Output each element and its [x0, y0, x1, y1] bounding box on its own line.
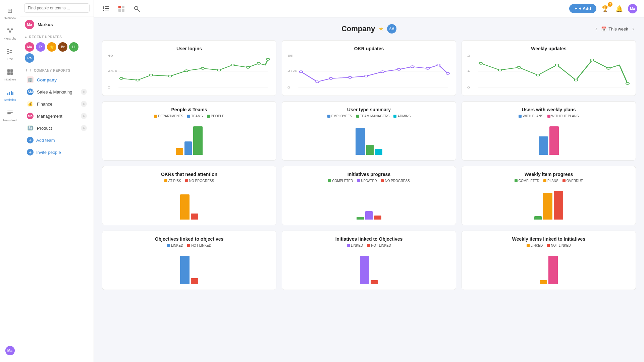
grid-icon[interactable]: [116, 3, 127, 14]
svg-point-71: [446, 72, 449, 74]
bar-linked-weekly: [540, 280, 547, 284]
svg-rect-0: [7, 28, 9, 30]
recent-avatar-1[interactable]: Ta: [36, 42, 45, 52]
bar-teams: [184, 141, 192, 155]
svg-line-10: [9, 51, 10, 52]
svg-text:27.5: 27.5: [287, 69, 297, 72]
weekly-updates-title: Weekly updates: [467, 46, 630, 51]
bar-no-progress-okr: [191, 214, 198, 220]
svg-point-47: [168, 75, 172, 77]
user-type-title: User type summary: [287, 107, 450, 112]
company-title: Company: [341, 24, 375, 33]
svg-rect-31: [105, 10, 109, 10]
svg-line-4: [10, 30, 12, 31]
svg-rect-21: [12, 92, 13, 95]
menu-icon[interactable]: [101, 3, 111, 14]
svg-text:0: 0: [108, 86, 110, 89]
nav-label-management: Management: [37, 114, 77, 119]
overview-icon: ⊞: [5, 6, 15, 15]
user-avatar-sidebar[interactable]: Ma: [5, 346, 15, 355]
okrs-attention-title: OKRs that need attention: [108, 172, 271, 177]
initiatives-progress-legend: COMPLETED UPDATED NO PROGRESS: [287, 179, 450, 183]
sidebar-label-hierarchy: Hierarchy: [3, 37, 16, 40]
sidebar-item-tree[interactable]: Tree: [0, 44, 20, 63]
add-button-icon: +: [575, 6, 577, 11]
star-icon[interactable]: ★: [378, 25, 384, 33]
sidebar-item-initiatives[interactable]: Initiatives: [0, 65, 20, 84]
svg-point-67: [397, 68, 400, 70]
nav-item-finance[interactable]: 💰 Finance ○: [22, 98, 92, 110]
company-icon: 🏢: [27, 76, 34, 83]
icon-sidebar: ⊞ Overview Hierarchy: [0, 0, 20, 362]
user-type-legend: EMPLOYEES TEAM MANAGERS ADMINS: [287, 114, 450, 118]
initiatives-linked-legend: LINKED NOT LINKED: [287, 244, 450, 247]
sidebar-item-overview[interactable]: ⊞ Overview: [0, 3, 20, 22]
newsfeed-icon: [5, 108, 15, 118]
sidebar-item-newsfeed[interactable]: Newsfeed: [0, 106, 20, 125]
next-week-btn[interactable]: ›: [630, 25, 636, 33]
user-logins-title: User logins: [108, 46, 271, 51]
chart-initiatives-linked: Initiatives linked to Objectives LINKED …: [282, 231, 456, 290]
search-bar: [20, 0, 94, 16]
weekly-plans-bars: [467, 121, 630, 155]
finance-nav-dot: ○: [81, 101, 87, 107]
tree-icon: [5, 47, 15, 56]
svg-rect-23: [7, 112, 13, 113]
add-team-btn[interactable]: + Add team: [22, 134, 92, 146]
product-nav-dot: ○: [81, 125, 87, 131]
svg-point-66: [381, 71, 384, 73]
add-team-label: Add team: [36, 138, 55, 143]
sidebar-label-overview: Overview: [4, 16, 16, 20]
people-teams-legend: DEPARTMENTS TEAMS PEOPLE: [108, 114, 271, 118]
recent-avatar-2[interactable]: ⭐: [47, 42, 56, 52]
weekly-plans-title: Users with weekly plans: [467, 107, 630, 112]
nav-item-company[interactable]: 🏢 Company: [22, 74, 92, 85]
objectives-linked-title: Objectives linked to objectives: [108, 236, 271, 242]
user-avatar-top[interactable]: Ma: [628, 4, 637, 13]
nav-label-sales: Sales & Marketing: [37, 89, 77, 95]
bar-without-plans: [549, 126, 559, 155]
recent-avatar-5[interactable]: Ra: [25, 53, 34, 63]
svg-point-69: [426, 67, 429, 69]
svg-rect-18: [7, 93, 8, 95]
bar-not-linked-weekly: [548, 256, 558, 284]
nav-item-sales[interactable]: SM Sales & Marketing ○: [22, 86, 92, 98]
nav-item-product[interactable]: 🔄 Product ○: [22, 122, 92, 134]
management-nav-dot: ○: [81, 113, 87, 119]
sidebar-label-statistics: Statistics: [4, 98, 16, 102]
bar-not-linked-obj: [191, 278, 198, 284]
user-row[interactable]: Ma Markus: [20, 16, 94, 33]
svg-line-37: [138, 9, 140, 11]
user-avatar: Ma: [25, 20, 34, 29]
company-header: Company ★ SM ‹ 📅 This week ›: [102, 24, 636, 34]
add-button[interactable]: + + Add: [569, 4, 596, 13]
search-icon[interactable]: [131, 3, 142, 14]
recent-avatar-4[interactable]: Li: [69, 42, 78, 52]
prev-week-btn[interactable]: ‹: [593, 25, 599, 33]
svg-text:49: 49: [108, 54, 113, 57]
svg-rect-22: [7, 111, 13, 111]
chart-weekly-plans: Users with weekly plans WITH PLANS WITHO…: [462, 101, 636, 161]
bar-not-linked-init: [371, 280, 378, 284]
add-team-icon: +: [27, 137, 34, 143]
svg-rect-17: [10, 72, 13, 75]
sidebar-item-statistics[interactable]: Statistics: [0, 85, 20, 104]
weekly-item-progress-title: Weekly item progress: [467, 172, 630, 177]
sidebar-item-hierarchy[interactable]: Hierarchy: [0, 24, 20, 43]
svg-rect-14: [7, 69, 10, 72]
search-input[interactable]: [24, 3, 90, 13]
invite-people-btn[interactable]: + Invite people: [22, 146, 92, 158]
bar-plans-weekly: [543, 193, 552, 220]
chart-user-logins: User logins 49 24.5 0: [102, 40, 276, 96]
weekly-items-linked-bars: [467, 251, 630, 284]
recent-avatar-3[interactable]: Br: [58, 42, 67, 52]
svg-rect-19: [9, 92, 10, 95]
nav-item-management[interactable]: Ma Management ○: [22, 110, 92, 122]
svg-rect-25: [7, 115, 10, 115]
bell-icon[interactable]: 🔔: [614, 3, 625, 14]
recent-avatar-0[interactable]: Ma: [25, 42, 34, 52]
bar-at-risk: [180, 194, 190, 220]
charts-grid: User logins 49 24.5 0: [102, 40, 636, 290]
nav-label-product: Product: [37, 126, 77, 131]
okrs-attention-bars: [108, 186, 271, 220]
